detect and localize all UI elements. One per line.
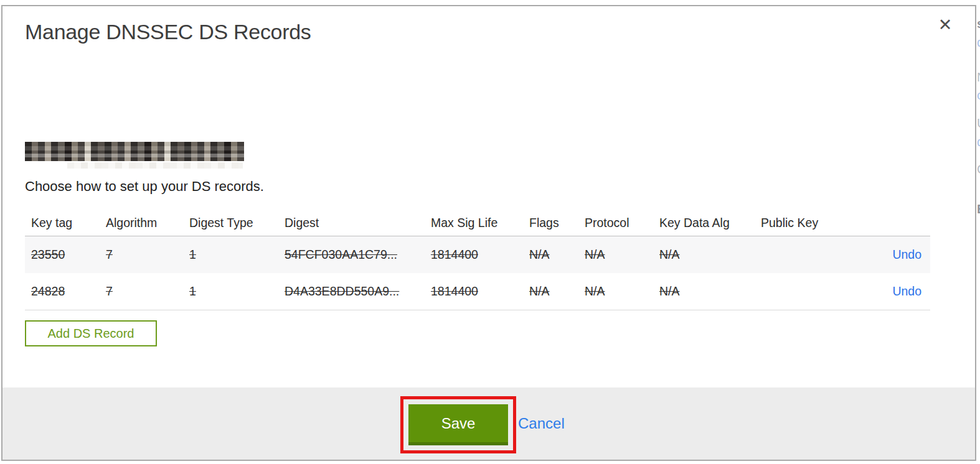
key-tag-value: 24828 xyxy=(25,284,100,299)
column-header-max-sig-life: Max Sig Life xyxy=(425,216,523,230)
column-header-flags: Flags xyxy=(523,216,578,230)
table-row: 23550 7 1 54FCF030AA1C79... 1814400 N/A … xyxy=(25,236,930,273)
column-header-key-tag: Key tag xyxy=(25,216,100,230)
column-header-public-key: Public Key xyxy=(755,216,842,230)
clipped-background-text: d xyxy=(977,136,980,148)
key-tag-value: 23550 xyxy=(25,248,100,262)
setup-instruction-text: Choose how to set up your DS records. xyxy=(25,179,264,195)
digest-type-value: 1 xyxy=(183,284,278,299)
clipped-background-text: s xyxy=(977,17,980,30)
table-row: 24828 7 1 D4A33E8DD550A9... 1814400 N/A … xyxy=(25,273,930,310)
algorithm-value: 7 xyxy=(100,284,183,299)
undo-link[interactable]: Undo xyxy=(892,284,921,298)
column-header-key-data-alg: Key Data Alg xyxy=(653,216,755,230)
manage-dnssec-ds-records-dialog: Manage DNSSEC DS Records ✕ Choose how to… xyxy=(1,5,976,461)
max-sig-life-value: 1814400 xyxy=(425,284,523,299)
add-ds-record-button[interactable]: Add DS Record xyxy=(25,320,157,346)
clipped-background-text: o xyxy=(977,89,980,101)
clipped-background-text: U xyxy=(977,117,980,129)
key-data-alg-value: N/A xyxy=(653,284,755,299)
digest-type-value: 1 xyxy=(183,248,278,262)
red-annotation-highlight: Save xyxy=(400,396,516,453)
dialog-title: Manage DNSSEC DS Records xyxy=(25,20,311,44)
save-button[interactable]: Save xyxy=(408,404,508,445)
column-header-protocol: Protocol xyxy=(578,216,653,230)
background-page-strip: s d N o U d C E xyxy=(977,0,980,464)
max-sig-life-value: 1814400 xyxy=(425,248,523,262)
clipped-background-text: N xyxy=(977,71,980,83)
undo-link[interactable]: Undo xyxy=(892,248,921,261)
clipped-background-text: E xyxy=(977,203,980,215)
redacted-domain-name xyxy=(25,142,244,161)
cancel-link[interactable]: Cancel xyxy=(518,415,565,432)
close-icon[interactable]: ✕ xyxy=(933,12,958,37)
column-header-algorithm: Algorithm xyxy=(100,216,183,230)
protocol-value: N/A xyxy=(578,284,653,299)
redacted-domain-name-blur xyxy=(67,162,243,169)
key-data-alg-value: N/A xyxy=(653,248,755,262)
digest-value: 54FCF030AA1C79... xyxy=(278,248,425,262)
algorithm-value: 7 xyxy=(100,248,183,262)
dialog-footer: Save Cancel xyxy=(2,387,975,460)
row-action-cell: Undo xyxy=(842,284,930,299)
clipped-background-text: C xyxy=(977,163,980,175)
clipped-background-text: d xyxy=(977,36,980,49)
protocol-value: N/A xyxy=(578,248,653,262)
column-header-digest-type: Digest Type xyxy=(183,216,278,230)
ds-records-table: Key tag Algorithm Digest Type Digest Max… xyxy=(25,210,930,310)
table-header-row: Key tag Algorithm Digest Type Digest Max… xyxy=(25,210,930,236)
flags-value: N/A xyxy=(523,284,578,299)
digest-value: D4A33E8DD550A9... xyxy=(278,284,425,299)
row-action-cell: Undo xyxy=(842,248,930,262)
column-header-digest: Digest xyxy=(278,216,425,230)
flags-value: N/A xyxy=(523,248,578,262)
